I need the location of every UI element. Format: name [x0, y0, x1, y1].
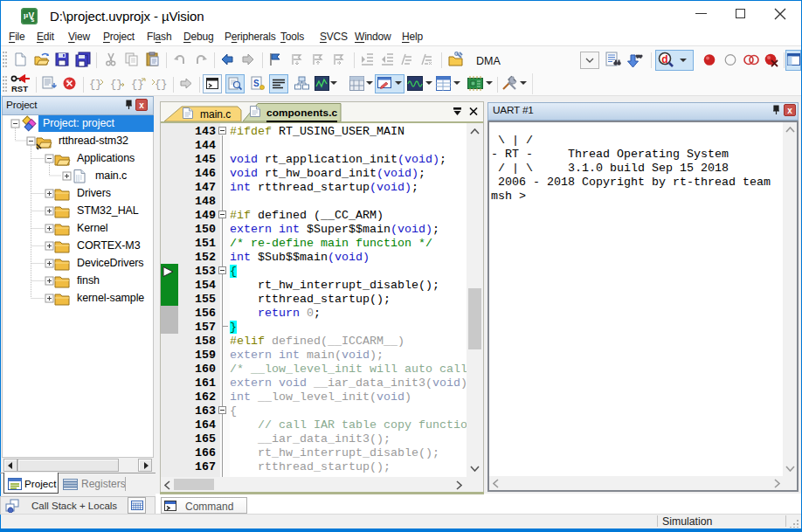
svg-text:s: s — [31, 17, 35, 23]
svg-text:d: d — [661, 53, 667, 66]
svg-text:{}: {} — [155, 79, 167, 91]
svg-text:RST: RST — [11, 84, 28, 93]
svg-text:{}: {} — [89, 79, 101, 91]
svg-text:{}: {} — [131, 79, 143, 91]
svg-text:S: S — [253, 79, 259, 88]
